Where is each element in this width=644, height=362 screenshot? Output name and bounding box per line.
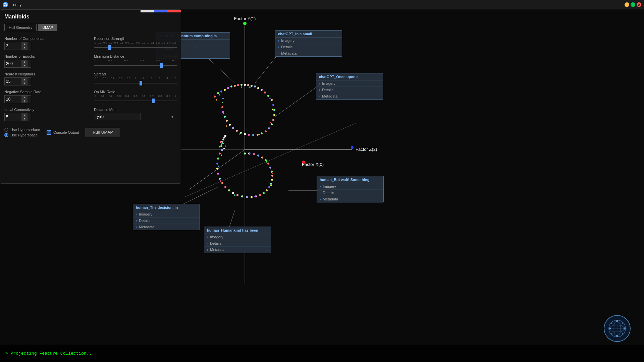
tab-umap[interactable]: UMAP: [38, 24, 57, 31]
card3-imagery[interactable]: ›Imagery: [316, 80, 383, 87]
local-connectivity-input-wrapper: ▲ ▼: [4, 113, 31, 121]
distance-metric-select[interactable]: euclidean manhattan cosine yule hamming: [94, 113, 141, 120]
svg-point-20: [217, 92, 219, 94]
num-components-input[interactable]: [5, 43, 21, 49]
card3-metadata[interactable]: ›Metadata: [316, 93, 383, 99]
radio-hypersurface[interactable]: Use Hypersurface: [4, 128, 40, 132]
card4-imagery[interactable]: ›Imagery: [133, 211, 200, 218]
chevron-icon: ›: [207, 235, 208, 239]
maximize-button[interactable]: □: [631, 2, 635, 7]
svg-point-85: [259, 194, 261, 196]
neg-sample-rate-input[interactable]: [5, 96, 21, 102]
titlebar-controls: ─ □ ✕: [625, 2, 641, 7]
svg-point-101: [221, 155, 222, 156]
nearest-neighbors-input-wrapper: ▲ ▼: [4, 77, 31, 85]
card2-imagery[interactable]: ›Imagery: [275, 38, 342, 44]
svg-point-28: [244, 84, 246, 86]
close-button[interactable]: ✕: [637, 2, 641, 7]
num-components-spin: ▲ ▼: [21, 42, 28, 50]
scatter-dots-upper: [214, 84, 275, 136]
op-mix-ratio-thumb[interactable]: [152, 99, 155, 103]
svg-point-97: [257, 155, 259, 157]
neg-sample-rate-down[interactable]: ▼: [21, 99, 28, 103]
svg-point-110: [220, 141, 222, 143]
run-umap-button[interactable]: Run UMAP: [86, 128, 120, 137]
network-logo-svg: [607, 318, 627, 339]
card4-details[interactable]: ›Details: [133, 218, 200, 224]
tab-hull-geometry[interactable]: Hull Geometry: [4, 24, 37, 31]
svg-point-58: [222, 98, 224, 99]
svg-point-102: [218, 166, 219, 167]
card6-details[interactable]: ›Details: [317, 190, 383, 196]
checkbox-console-output[interactable]: Console Output: [47, 130, 79, 135]
svg-point-68: [226, 125, 227, 127]
nearest-neighbors-group: Nearest Neighbors ▲ ▼: [4, 72, 87, 86]
bottom-row: Use Hypersurface Use Hyperspace Console …: [4, 125, 177, 137]
card5-details[interactable]: ›Details: [204, 240, 271, 247]
svg-point-79: [232, 192, 234, 194]
neg-sample-rate-up[interactable]: ▲: [21, 96, 28, 99]
card5-metadata[interactable]: ›Metadata: [204, 247, 271, 253]
svg-point-43: [265, 130, 267, 132]
svg-point-98: [253, 153, 255, 155]
local-connectivity-up[interactable]: ▲: [21, 113, 28, 117]
card2-metadata[interactable]: ›Metadata: [275, 50, 342, 56]
num-epochs-label: Number of Epochs: [4, 54, 87, 58]
card6-imagery[interactable]: ›Imagery: [317, 183, 383, 190]
svg-line-18: [188, 149, 245, 190]
card2-header: chatGPT_In a small: [275, 31, 342, 38]
nearest-neighbors-up[interactable]: ▲: [21, 78, 28, 81]
num-epochs-down[interactable]: ▼: [21, 64, 28, 67]
scatter-dots-middle: [219, 135, 226, 151]
card5-imagery[interactable]: ›Imagery: [204, 234, 271, 240]
radio-hyperspace[interactable]: Use Hyperspace: [4, 133, 40, 137]
op-mix-ratio-slider-wrapper: [94, 98, 177, 104]
svg-point-86: [263, 192, 265, 194]
card3-details[interactable]: ›Details: [316, 87, 383, 93]
local-connectivity-input[interactable]: [5, 114, 21, 120]
svg-point-103: [220, 180, 221, 182]
num-epochs-input[interactable]: [5, 61, 21, 67]
svg-point-25: [234, 85, 236, 87]
svg-point-91: [271, 175, 273, 177]
spread-thumb[interactable]: [140, 81, 142, 85]
num-epochs-up[interactable]: ▲: [21, 60, 28, 64]
checkbox-console-box: [47, 130, 51, 135]
min-distance-thumb[interactable]: [160, 63, 163, 68]
chevron-icon: ›: [136, 225, 137, 229]
chevron-icon: ›: [278, 45, 279, 49]
svg-point-84: [255, 195, 257, 197]
op-mix-ratio-group: Op Mix Ratio 00.10.20.30.40.50.60.70.80.…: [94, 90, 177, 104]
chevron-icon: ›: [319, 88, 320, 92]
svg-point-65: [270, 122, 271, 123]
svg-point-67: [239, 133, 240, 135]
card4-metadata[interactable]: ›Metadata: [133, 224, 200, 230]
min-distance-scale: 00.10.20.30.40.5: [94, 59, 177, 62]
num-components-up[interactable]: ▲: [21, 42, 28, 46]
spread-group: Spread 0.50.60.70.80.911.11.21.31.41.5: [94, 72, 177, 86]
minimize-button[interactable]: ─: [625, 2, 629, 7]
titlebar: Trinity ─ □ ✕: [0, 0, 644, 9]
radio-hyperspace-label: Use Hyperspace: [10, 133, 38, 137]
local-connectivity-down[interactable]: ▼: [21, 117, 28, 121]
local-connectivity-spin: ▲ ▼: [21, 113, 28, 121]
nearest-neighbors-down[interactable]: ▼: [21, 81, 28, 85]
node-card-5: human_Humankind has been ›Imagery ›Detai…: [204, 227, 271, 253]
repulsion-strength-thumb[interactable]: [108, 45, 111, 50]
node-card-3: chatGPT_Once upon a ›Imagery ›Details ›M…: [316, 73, 383, 100]
svg-point-92: [271, 171, 273, 173]
nearest-neighbors-input[interactable]: [5, 78, 21, 84]
svg-point-95: [265, 159, 267, 161]
svg-point-56: [221, 106, 223, 108]
svg-point-57: [222, 102, 223, 103]
num-components-down[interactable]: ▼: [21, 46, 28, 50]
svg-point-32: [257, 87, 259, 89]
card2-details[interactable]: ›Details: [275, 44, 342, 50]
card6-metadata[interactable]: ›Metadata: [317, 196, 383, 202]
svg-line-136: [617, 321, 625, 328]
svg-point-88: [268, 186, 270, 188]
svg-point-104: [234, 194, 235, 196]
card4-header: human_The decision, in: [133, 204, 200, 211]
svg-point-106: [270, 185, 272, 186]
radio-hypersurface-circle: [4, 128, 8, 132]
